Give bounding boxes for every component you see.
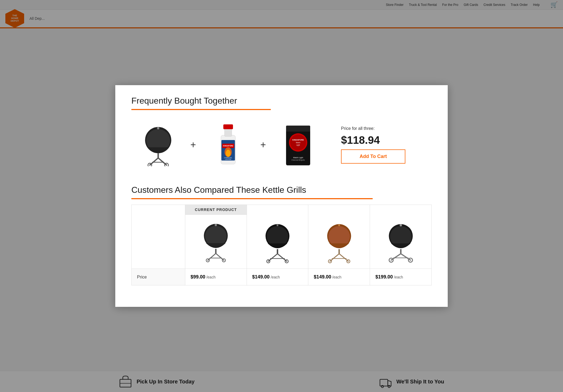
comparison-table: CURRENT PRODUCT	[131, 205, 432, 285]
fbt-product-2[interactable]: KINGSFORD CHARCOAL LIGHTER	[201, 118, 255, 172]
product-2-price: $149.00	[252, 274, 270, 280]
product-col-2-header	[247, 205, 308, 269]
fbt-section: Frequently Bought Together	[131, 96, 432, 172]
svg-text:Match Light: Match Light	[293, 156, 303, 159]
product-2-image-cell[interactable]	[247, 215, 308, 269]
product-col-4-header	[370, 205, 432, 269]
svg-text:Light: Light	[296, 144, 300, 146]
fbt-total-price: $118.94	[341, 134, 405, 146]
fbt-title: Frequently Bought Together	[131, 96, 432, 106]
product-2-unit: /each	[270, 275, 280, 279]
fbt-price-label: Price for all three:	[341, 126, 405, 131]
svg-text:KINGSFORD: KINGSFORD	[223, 145, 233, 147]
product-1-image-cell[interactable]	[185, 215, 247, 268]
product-col-3-header	[308, 205, 370, 269]
product-1-grill-icon	[200, 220, 232, 263]
svg-point-2	[157, 127, 160, 129]
lighter-fluid-icon: KINGSFORD CHARCOAL LIGHTER	[215, 121, 242, 169]
price-row: Price $99.00 /each $149.00 /each $149.00…	[132, 269, 432, 285]
svg-rect-31	[215, 249, 217, 253]
product-2-price-cell[interactable]: $149.00 /each	[247, 269, 308, 285]
compared-rule	[131, 198, 373, 199]
product-4-grill-icon	[385, 220, 417, 263]
grill-1-icon	[139, 123, 177, 166]
product-1-price: $99.00	[191, 274, 205, 280]
svg-text:LIGHTER: LIGHTER	[225, 159, 231, 160]
comparison-table-wrapper: CURRENT PRODUCT	[131, 205, 432, 285]
table-label-col-header	[132, 205, 185, 269]
fbt-products-row: + KINGSFORD C	[131, 118, 432, 172]
svg-text:Charcoal Briquets: Charcoal Briquets	[291, 159, 305, 161]
svg-rect-3	[157, 153, 159, 158]
compared-title: Customers Also Compared These Kettle Gri…	[131, 185, 432, 195]
fbt-product-1[interactable]	[131, 118, 185, 172]
fbt-plus-1: +	[185, 139, 201, 150]
svg-rect-49	[338, 249, 340, 254]
svg-rect-58	[400, 249, 401, 254]
add-to-cart-button[interactable]: Add To Cart	[341, 149, 405, 164]
fbt-product-3[interactable]: KINGSFORD Match Light Match Light Charco…	[271, 118, 325, 172]
svg-rect-20	[286, 126, 310, 132]
svg-point-39	[277, 224, 279, 226]
svg-text:Match: Match	[296, 142, 301, 144]
charcoal-bag-icon: KINGSFORD Match Light Match Light Charco…	[282, 121, 314, 169]
product-4-price: $199.00	[375, 274, 393, 280]
modal-container: Frequently Bought Together	[115, 85, 448, 307]
svg-text:KINGSFORD: KINGSFORD	[292, 139, 304, 141]
product-3-grill-icon	[323, 220, 355, 263]
product-3-price-cell[interactable]: $149.00 /each	[308, 269, 370, 285]
svg-rect-40	[277, 249, 278, 254]
price-row-label: Price	[132, 269, 185, 285]
current-product-label: CURRENT PRODUCT	[185, 205, 247, 215]
fbt-pricing-block: Price for all three: $118.94 Add To Cart	[341, 126, 405, 164]
product-4-unit: /each	[393, 275, 403, 279]
svg-rect-11	[223, 125, 233, 129]
fbt-plus-2: +	[255, 139, 271, 150]
product-1-unit: /each	[205, 275, 216, 279]
product-col-1-header: CURRENT PRODUCT	[185, 205, 247, 269]
product-3-unit: /each	[331, 275, 341, 279]
svg-rect-10	[225, 128, 232, 137]
svg-text:CHARCOAL: CHARCOAL	[224, 157, 232, 159]
compared-section: Customers Also Compared These Kettle Gri…	[131, 185, 432, 285]
product-3-price: $149.00	[314, 274, 331, 280]
svg-point-57	[399, 224, 402, 227]
svg-point-48	[338, 224, 340, 226]
product-4-image-cell[interactable]	[370, 215, 431, 269]
product-1-price-cell[interactable]: $99.00 /each	[185, 269, 247, 285]
product-3-image-cell[interactable]	[308, 215, 370, 269]
svg-point-30	[215, 224, 217, 226]
svg-point-16	[226, 150, 231, 157]
product-4-price-cell[interactable]: $199.00 /each	[370, 269, 432, 285]
product-2-grill-icon	[261, 220, 294, 263]
fbt-rule	[131, 109, 271, 110]
table-header-row: CURRENT PRODUCT	[132, 205, 432, 269]
